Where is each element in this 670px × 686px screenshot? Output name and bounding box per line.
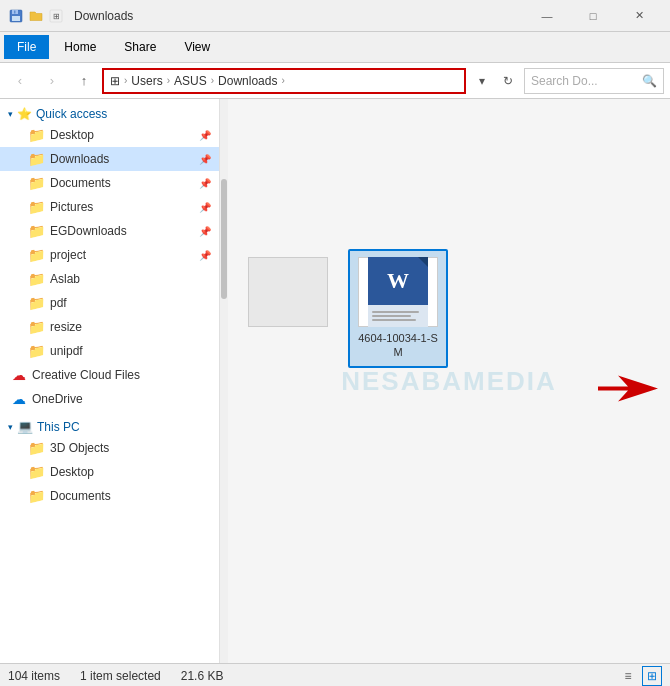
sidebar-label-aslab: Aslab [50,272,80,286]
list-item[interactable]: W 4604-10034-1-SM [348,249,448,368]
svg-rect-3 [14,10,16,13]
forward-button[interactable]: › [38,67,66,95]
folder-icon: 📁 [28,464,44,480]
sidebar-label-egdownloads: EGDownloads [50,224,127,238]
sidebar-item-egdownloads[interactable]: 📁 EGDownloads 📌 [0,219,219,243]
sidebar-item-documents2[interactable]: 📁 Documents [0,484,219,508]
folder-icon: 📁 [28,295,44,311]
folder-icon: 📁 [28,343,44,359]
svg-text:⊞: ⊞ [53,12,60,21]
sidebar-scrollbar[interactable] [220,99,228,663]
address-bar[interactable]: ⊞ › Users › ASUS › Downloads › [102,68,466,94]
tab-file[interactable]: File [4,35,49,59]
folder-icon: 📁 [28,440,44,456]
sidebar-label-documents2: Documents [50,489,111,503]
close-button[interactable]: ✕ [616,0,662,32]
pin-icon: 📌 [199,226,211,237]
sidebar-section-this-pc[interactable]: ▾ 💻 This PC [0,415,219,436]
sidebar-label-unipdf: unipdf [50,344,83,358]
toolbar-bar: ‹ › ↑ ⊞ › Users › ASUS › Downloads › ▾ ↻… [0,63,670,99]
address-right-controls: ▾ ↻ [470,68,520,94]
tab-view[interactable]: View [171,35,223,59]
sidebar-label-downloads: Downloads [50,152,109,166]
window-controls: — □ ✕ [524,0,662,32]
word-file-icon: W [368,257,428,327]
sidebar-label-desktop: Desktop [50,128,94,142]
tab-home[interactable]: Home [51,35,109,59]
tab-share[interactable]: Share [111,35,169,59]
quick-access-text: Quick access [36,107,107,121]
sidebar-item-creative-cloud[interactable]: ☁ Creative Cloud Files [0,363,219,387]
onedrive-icon: ☁ [12,391,26,407]
view-details-button[interactable]: ≡ [618,666,638,686]
sidebar-label-3dobjects: 3D Objects [50,441,109,455]
pin-icon: 📌 [199,202,211,213]
folder-icon: 📁 [28,151,44,167]
quick-access-label: ⭐ [17,107,32,121]
search-box[interactable]: Search Do... 🔍 [524,68,664,94]
sidebar-scrollbar-thumb[interactable] [221,179,227,299]
chevron-down-icon: ▾ [8,422,13,432]
list-item[interactable] [238,249,338,368]
ribbon-tab-bar: File Home Share View [0,32,670,62]
folder-icon: 📁 [28,319,44,335]
refresh-button[interactable]: ↻ [496,68,520,94]
folder-icon: 📁 [28,247,44,263]
back-button[interactable]: ‹ [6,67,34,95]
folder-icon: 📁 [28,271,44,287]
status-item-selected: 1 item selected [80,669,161,683]
folder-icon: 📁 [28,488,44,504]
sidebar-label-resize: resize [50,320,82,334]
file-thumbnail-word: W [358,257,438,327]
sidebar-item-onedrive[interactable]: ☁ OneDrive [0,387,219,411]
search-icon[interactable]: 🔍 [642,74,657,88]
sidebar-item-documents[interactable]: 📁 Documents 📌 [0,171,219,195]
address-dropdown-button[interactable]: ▾ [470,68,494,94]
address-root-icon: ⊞ [110,74,120,88]
minimize-button[interactable]: — [524,0,570,32]
view-grid-button[interactable]: ⊞ [642,666,662,686]
sidebar-section-quick-access[interactable]: ▾ ⭐ Quick access [0,103,219,123]
nav-icon[interactable]: ⊞ [48,8,64,24]
folder-icon: 📁 [28,127,44,143]
watermark: NESABAMEDIA [341,366,557,397]
maximize-button[interactable]: □ [570,0,616,32]
address-part-downloads: Downloads [218,74,277,88]
chevron-down-icon: ▾ [8,109,13,119]
status-bar: 104 items 1 item selected 21.6 KB ≡ ⊞ [0,663,670,686]
folder-icon: 📁 [28,175,44,191]
sidebar-item-resize[interactable]: 📁 resize [0,315,219,339]
up-button[interactable]: ↑ [70,67,98,95]
sidebar-item-desktop2[interactable]: 📁 Desktop [0,460,219,484]
creative-cloud-icon: ☁ [12,367,26,383]
status-item-count: 104 items [8,669,60,683]
folder-icon[interactable] [28,8,44,24]
save-icon[interactable] [8,8,24,24]
sidebar-item-aslab[interactable]: 📁 Aslab [0,267,219,291]
file-grid: NESABAMEDIA W [228,99,670,663]
search-placeholder: Search Do... [531,74,598,88]
content-area: NESABAMEDIA W [228,99,670,663]
svg-marker-6 [598,375,658,401]
status-view-controls: ≡ ⊞ [618,666,662,686]
folder-icon: 📁 [28,199,44,215]
file-name-word: 4604-10034-1-SM [356,331,440,360]
sidebar-label-documents: Documents [50,176,111,190]
sidebar-item-desktop[interactable]: 📁 Desktop 📌 [0,123,219,147]
ribbon: File Home Share View [0,32,670,63]
sidebar-item-pdf[interactable]: 📁 pdf [0,291,219,315]
sidebar-item-3dobjects[interactable]: 📁 3D Objects [0,436,219,460]
sidebar-label-desktop2: Desktop [50,465,94,479]
address-part-asus: ASUS [174,74,207,88]
sidebar-item-downloads[interactable]: 📁 Downloads 📌 [0,147,219,171]
pin-icon: 📌 [199,178,211,189]
pin-icon: 📌 [199,154,211,165]
sidebar-item-pictures[interactable]: 📁 Pictures 📌 [0,195,219,219]
sidebar-label-pdf: pdf [50,296,67,310]
svg-rect-2 [12,16,20,21]
title-bar: ⊞ Downloads — □ ✕ [0,0,670,32]
sidebar-label-project: project [50,248,86,262]
sidebar-item-project[interactable]: 📁 project 📌 [0,243,219,267]
sidebar-item-unipdf[interactable]: 📁 unipdf [0,339,219,363]
sidebar: ▾ ⭐ Quick access 📁 Desktop 📌 📁 Downloads… [0,99,220,663]
